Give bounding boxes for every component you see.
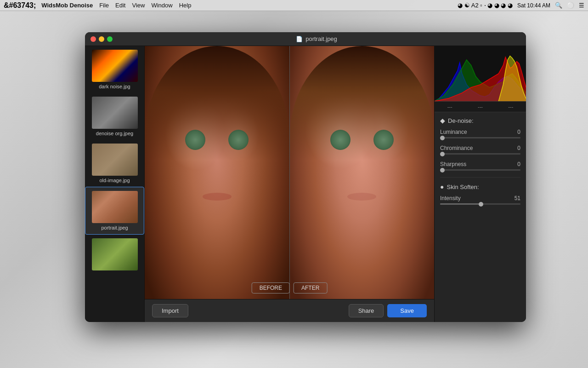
traffic-lights xyxy=(90,36,113,42)
chrominance-value: 0 xyxy=(517,145,520,151)
sharpness-value: 0 xyxy=(517,161,520,167)
thumbnail-img-last xyxy=(92,238,138,270)
thumbnail-img-denoise xyxy=(92,97,138,129)
maximize-button[interactable] xyxy=(107,36,113,42)
chrominance-control: Chrominance 0 xyxy=(440,145,520,155)
denoise-section-header: ◆ De-noise: xyxy=(440,117,520,124)
ba-buttons-container: BEFORE AFTER xyxy=(252,282,328,293)
sharpness-label: Sharpness xyxy=(440,161,466,167)
intensity-fill xyxy=(440,203,481,205)
help-menu[interactable]: Help xyxy=(179,2,192,9)
siri-icon[interactable]: ⚪ xyxy=(567,2,574,9)
sharpness-slider[interactable] xyxy=(440,169,520,171)
intensity-label-row: Intensity 51 xyxy=(440,195,520,201)
luminance-value: 0 xyxy=(517,129,520,135)
right-panel: --- --- --- ◆ De-noise: Luminance xyxy=(434,46,526,322)
histogram-chart xyxy=(435,46,526,101)
minimize-button[interactable] xyxy=(99,36,104,42)
skin-section-header: ● Skin Soften: xyxy=(440,183,520,190)
clock: Sat 10:44 AM xyxy=(517,2,550,9)
app-name-menu[interactable]: WidsMob Denoise xyxy=(41,2,93,9)
window-title-text: portrait.jpeg xyxy=(305,35,337,42)
thumbnail-old-image[interactable]: old-image.jpg xyxy=(85,140,144,187)
luminance-slider[interactable] xyxy=(440,137,520,138)
app-content: dark noise.jpg denoise org.jpeg old-imag… xyxy=(85,46,526,322)
section-divider xyxy=(440,177,520,178)
system-icons: ◕ ☯ A2 ▫ ⋅ ◕ ◕ ◕ ◕ xyxy=(458,2,513,9)
edit-menu[interactable]: Edit xyxy=(115,2,125,9)
thumbnail-portrait[interactable]: portrait.jpeg xyxy=(85,187,144,235)
hist-stat-0: --- xyxy=(447,104,452,109)
before-panel xyxy=(145,46,289,299)
intensity-value: 51 xyxy=(514,195,520,201)
controls-section: ◆ De-noise: Luminance 0 xyxy=(435,112,526,322)
histogram-area xyxy=(435,46,526,101)
save-button[interactable]: Save xyxy=(387,304,427,317)
luminance-thumb[interactable] xyxy=(440,136,445,140)
share-button[interactable]: Share xyxy=(349,304,384,317)
hist-stat-1: --- xyxy=(478,104,483,109)
close-button[interactable] xyxy=(90,36,96,42)
thumbnail-dark-noise[interactable]: dark noise.jpg xyxy=(85,46,144,93)
sharpness-label-row: Sharpness 0 xyxy=(440,161,520,167)
app-window: 📄 portrait.jpeg dark noise.jpg den xyxy=(85,32,526,322)
search-icon[interactable]: 🔍 xyxy=(555,2,562,9)
menubar: &#63743; WidsMob Denoise File Edit View … xyxy=(0,0,588,11)
sharpness-thumb[interactable] xyxy=(440,168,445,172)
skin-icon: ● xyxy=(440,183,444,190)
file-icon: 📄 xyxy=(296,36,303,42)
window-menu[interactable]: Window xyxy=(151,2,172,9)
luminance-control: Luminance 0 xyxy=(440,129,520,138)
chrominance-label: Chrominance xyxy=(440,145,473,151)
apple-menu[interactable]: &#63743; xyxy=(4,1,36,10)
thumbnail-label-denoise: denoise org.jpeg xyxy=(96,131,133,136)
sharpness-control: Sharpness 0 xyxy=(440,161,520,171)
chrominance-label-row: Chrominance 0 xyxy=(440,145,520,151)
list-icon[interactable]: ☰ xyxy=(579,2,584,9)
thumbnail-denoise[interactable]: denoise org.jpeg xyxy=(85,93,144,140)
chrominance-slider[interactable] xyxy=(440,153,520,155)
after-button[interactable]: AFTER xyxy=(294,282,327,293)
thumbnail-label-old-image: old-image.jpg xyxy=(99,178,130,183)
window-title: 📄 portrait.jpeg xyxy=(113,35,520,42)
thumbnail-img-portrait xyxy=(92,191,138,223)
intensity-control: Intensity 51 xyxy=(440,195,520,205)
after-panel xyxy=(290,46,435,299)
chrominance-thumb[interactable] xyxy=(440,152,445,156)
denoise-title: De-noise: xyxy=(448,117,474,124)
sidebar: dark noise.jpg denoise org.jpeg old-imag… xyxy=(85,46,145,322)
thumbnail-img-old-image xyxy=(92,144,138,176)
main-area-wrapper: BEFORE AFTER Import Share Save xyxy=(145,46,434,322)
title-bar: 📄 portrait.jpeg xyxy=(85,32,526,46)
import-button[interactable]: Import xyxy=(152,304,188,317)
intensity-slider[interactable] xyxy=(440,203,520,205)
histogram-stats: --- --- --- xyxy=(435,101,526,112)
intensity-thumb[interactable] xyxy=(479,202,483,207)
before-button[interactable]: BEFORE xyxy=(252,282,290,293)
luminance-label-row: Luminance 0 xyxy=(440,129,520,135)
thumbnail-img-dark-noise xyxy=(92,50,138,82)
file-menu[interactable]: File xyxy=(99,2,109,9)
denoise-icon: ◆ xyxy=(440,117,445,124)
preview-wrapper: BEFORE AFTER xyxy=(145,46,434,299)
hist-stat-2: --- xyxy=(508,104,513,109)
skin-title: Skin Soften: xyxy=(447,184,479,190)
thumbnail-label-dark-noise: dark noise.jpg xyxy=(99,84,130,89)
bottom-bar: Import Share Save xyxy=(145,299,434,322)
thumbnail-label-portrait: portrait.jpeg xyxy=(101,225,128,230)
menubar-right: ◕ ☯ A2 ▫ ⋅ ◕ ◕ ◕ ◕ Sat 10:44 AM 🔍 ⚪ ☰ xyxy=(458,2,584,9)
desktop: &#63743; WidsMob Denoise File Edit View … xyxy=(0,0,588,368)
intensity-label: Intensity xyxy=(440,195,461,201)
thumbnail-last[interactable] xyxy=(85,235,144,276)
right-buttons: Share Save xyxy=(349,304,427,317)
view-menu[interactable]: View xyxy=(132,2,145,9)
luminance-label: Luminance xyxy=(440,129,467,135)
